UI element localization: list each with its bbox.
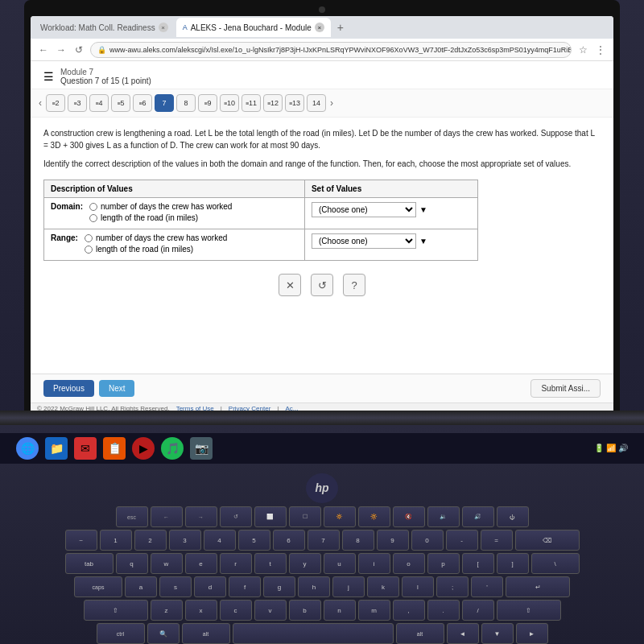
q-nav-5[interactable]: ≡ 5 (111, 94, 130, 112)
key-equals[interactable]: = (481, 530, 513, 551)
key-search[interactable]: 🔍 (147, 623, 180, 644)
q-nav-9[interactable]: ≡ 9 (198, 94, 217, 112)
domain-option-miles[interactable]: length of the road (in miles) (89, 213, 232, 222)
key-y[interactable]: y (289, 553, 321, 574)
q-nav-10[interactable]: ≡ 10 (220, 94, 239, 112)
key-c[interactable]: c (220, 600, 252, 621)
docs-icon[interactable]: 📋 (103, 437, 126, 460)
key-bright-up[interactable]: 🔆 (358, 506, 390, 527)
key-minus[interactable]: - (446, 530, 478, 551)
key-vol-down[interactable]: 🔉 (427, 506, 460, 527)
key-shift-right[interactable]: ⇧ (497, 600, 561, 621)
key-4[interactable]: 4 (204, 530, 236, 551)
key-x[interactable]: x (185, 600, 217, 621)
q-nav-6[interactable]: ≡ 6 (133, 94, 152, 112)
key-arrow-down[interactable]: ▼ (481, 623, 514, 644)
new-tab-button[interactable]: + (332, 19, 349, 35)
previous-button[interactable]: Previous (43, 380, 94, 397)
key-arrow-right[interactable]: ► (516, 623, 548, 644)
key-u[interactable]: u (324, 553, 356, 574)
key-2[interactable]: 2 (134, 530, 167, 551)
key-m[interactable]: m (358, 600, 390, 621)
range-radio-miles[interactable] (85, 246, 93, 254)
q-nav-11[interactable]: ≡ 11 (242, 94, 261, 112)
key-fwd[interactable]: → (185, 506, 217, 527)
key-a[interactable]: a (125, 576, 157, 597)
clear-button[interactable]: ✕ (279, 274, 301, 296)
key-backslash[interactable]: \ (531, 553, 580, 574)
key-9[interactable]: 9 (377, 530, 409, 551)
key-power[interactable]: ⏻ (497, 506, 529, 527)
key-t[interactable]: t (254, 553, 287, 574)
key-arrow-left[interactable]: ◄ (447, 623, 479, 644)
key-comma[interactable]: , (393, 600, 425, 621)
range-option-days[interactable]: number of days the crew has worked (85, 233, 227, 242)
camera-icon[interactable]: 📷 (190, 437, 213, 460)
key-o[interactable]: o (393, 553, 425, 574)
key-vol-up[interactable]: 🔊 (462, 506, 494, 527)
key-ctrl-left[interactable]: ctrl (97, 623, 145, 644)
key-f[interactable]: f (229, 576, 261, 597)
key-w[interactable]: w (151, 553, 183, 574)
key-3[interactable]: 3 (169, 530, 201, 551)
key-e[interactable]: e (185, 553, 217, 574)
sidebar-toggle[interactable]: ☰ (43, 70, 54, 83)
tab-workload[interactable]: Workload: Math Coll. Readiness × (34, 18, 175, 37)
key-esc[interactable]: esc (116, 506, 148, 527)
key-bracket-left[interactable]: [ (462, 553, 494, 574)
tab-workload-close[interactable]: × (159, 23, 168, 32)
forward-button[interactable]: → (55, 43, 68, 56)
key-q[interactable]: q (116, 553, 148, 574)
q-nav-13[interactable]: ≡ 13 (285, 94, 304, 112)
nav-prev-arrow[interactable]: ‹ (37, 97, 43, 109)
key-7[interactable]: 7 (308, 530, 340, 551)
key-windows[interactable]: ☐ (289, 506, 321, 527)
spotify-icon[interactable]: 🎵 (161, 437, 184, 460)
q-nav-7[interactable]: 7 (155, 94, 174, 112)
chrome-icon[interactable]: 🌐 (16, 437, 39, 460)
domain-option-days[interactable]: number of days the crew has worked (89, 202, 232, 211)
key-0[interactable]: 0 (411, 530, 444, 551)
range-option-miles[interactable]: length of the road (in miles) (85, 245, 227, 254)
key-fullscreen[interactable]: ⬜ (254, 506, 287, 527)
key-slash[interactable]: / (462, 600, 494, 621)
menu-button[interactable]: ⋮ (594, 43, 607, 56)
reload-button[interactable]: ↺ (72, 43, 85, 56)
key-b[interactable]: b (289, 600, 321, 621)
domain-radio-miles[interactable] (89, 214, 97, 222)
key-l[interactable]: l (402, 576, 434, 597)
key-backspace[interactable]: ⌫ (515, 530, 580, 551)
key-alt-left[interactable]: alt (182, 623, 230, 644)
domain-select[interactable]: (Choose one) (312, 202, 416, 217)
youtube-icon[interactable]: ▶ (132, 437, 155, 460)
key-6[interactable]: 6 (273, 530, 305, 551)
key-v[interactable]: v (254, 600, 287, 621)
key-back[interactable]: ← (151, 506, 183, 527)
domain-radio-days[interactable] (89, 203, 97, 211)
key-h[interactable]: h (298, 576, 330, 597)
nav-next-arrow[interactable]: › (328, 97, 335, 109)
tab-aleks[interactable]: A ALEKS - Jena Bouchard - Module × (176, 18, 331, 37)
q-nav-3[interactable]: ≡ 3 (68, 94, 87, 112)
key-shift-left[interactable]: ⇧ (84, 600, 148, 621)
key-d[interactable]: d (194, 576, 226, 597)
range-select[interactable]: (Choose one) (312, 233, 416, 249)
url-field[interactable]: 🔒 www-awu.aleks.com/alekscgi/x/Isl.exe/1… (90, 42, 572, 58)
key-space[interactable] (233, 623, 394, 644)
range-radio-days[interactable] (85, 234, 93, 242)
key-bright-down[interactable]: 🔅 (324, 506, 356, 527)
key-quote[interactable]: ' (471, 576, 503, 597)
key-reload[interactable]: ↺ (220, 506, 252, 527)
help-button[interactable]: ? (343, 274, 365, 296)
bookmark-button[interactable]: ☆ (576, 43, 589, 56)
key-s[interactable]: s (159, 576, 192, 597)
q-nav-4[interactable]: ≡ 4 (89, 94, 109, 112)
q-nav-14[interactable]: 14 (307, 94, 326, 112)
next-button[interactable]: Next (99, 380, 135, 397)
key-j[interactable]: j (332, 576, 365, 597)
back-button[interactable]: ← (37, 43, 50, 56)
tab-aleks-close[interactable]: × (315, 23, 324, 32)
key-p[interactable]: p (427, 553, 460, 574)
key-n[interactable]: n (324, 600, 356, 621)
key-period[interactable]: . (427, 600, 460, 621)
